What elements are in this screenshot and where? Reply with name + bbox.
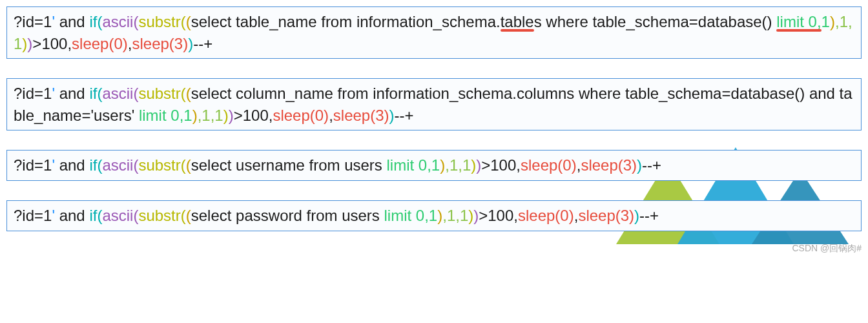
sql-query-box: ?id=1' and if(ascii(substr((select usern…	[6, 150, 862, 181]
sql-token: )	[223, 107, 229, 124]
sql-token: if(	[89, 207, 102, 224]
sql-token: select password from users	[191, 207, 384, 224]
sql-token: --+	[395, 107, 414, 124]
sql-token: and	[55, 156, 89, 174]
sql-token: )	[634, 207, 639, 224]
sql-token: and	[55, 207, 89, 224]
sql-token: table	[501, 13, 534, 30]
sql-token: ?id=1	[14, 156, 52, 174]
sql-token: ascii(	[102, 85, 138, 102]
sql-token: and	[55, 85, 89, 102]
sql-token: substr(	[138, 207, 185, 224]
sql-token: )	[637, 156, 642, 174]
sql-token: sleep(3)	[578, 207, 634, 224]
sql-token: >100,	[481, 156, 521, 174]
sql-query-box: ?id=1' and if(ascii(substr((select colum…	[6, 78, 862, 130]
sql-token: (	[186, 207, 191, 224]
sql-token: )	[188, 35, 193, 52]
sql-token: ?id=1	[14, 85, 52, 102]
sql-token: limit 0,1	[139, 107, 192, 124]
sql-token: substr(	[138, 13, 185, 30]
sql-token: 1	[822, 13, 830, 30]
sql-token: (	[186, 156, 191, 174]
sql-token: sleep(3)	[581, 156, 637, 174]
sql-token: ,1,1	[445, 156, 471, 174]
sql-token: (	[186, 13, 191, 30]
sql-token: select username from users	[191, 156, 387, 174]
sql-token: --+	[642, 156, 661, 174]
sql-query-box: ?id=1' and if(ascii(substr((select table…	[6, 6, 862, 59]
watermark-text: CSDN @回锅肉#	[792, 243, 862, 255]
sql-token: limit 0,1	[387, 156, 440, 174]
sql-token: ?id=1	[14, 207, 52, 224]
sql-token: s where table_schema=database()	[534, 13, 777, 30]
sql-token: select table_name from information_schem…	[191, 13, 501, 30]
sql-token: sleep(0)	[72, 35, 128, 52]
sql-token: )	[229, 107, 234, 124]
sql-token: limit 0,1	[384, 207, 438, 224]
sql-token: )	[192, 107, 198, 124]
query-list: ?id=1' and if(ascii(substr((select table…	[6, 6, 862, 231]
sql-token: substr(	[138, 85, 185, 102]
sql-token: )	[830, 13, 835, 30]
sql-token: ,1,1	[442, 207, 468, 224]
sql-token: sleep(0)	[273, 107, 329, 124]
sql-token: )	[389, 107, 395, 124]
sql-token: ascii(	[102, 13, 138, 30]
sql-token: --+	[639, 207, 659, 224]
sql-token: >100,	[32, 35, 72, 52]
sql-token: if(	[89, 156, 102, 174]
sql-token: --+	[193, 35, 212, 52]
sql-token: substr(	[138, 156, 185, 174]
sql-token: if(	[89, 13, 102, 30]
sql-token: and	[55, 13, 89, 30]
sql-query-box: ?id=1' and if(ascii(substr((select passw…	[6, 200, 862, 231]
sql-token: >100,	[234, 107, 273, 124]
sql-token: ,	[329, 107, 333, 124]
sql-token: if(	[89, 85, 102, 102]
sql-token: sleep(0)	[518, 207, 574, 224]
sql-token: ?id=1	[14, 13, 52, 30]
sql-token: limit 0,	[776, 13, 821, 30]
sql-token: ascii(	[102, 156, 138, 174]
sql-token: sleep(0)	[521, 156, 577, 174]
sql-token: sleep(3)	[132, 35, 188, 52]
sql-token: ,1,1	[198, 107, 223, 124]
sql-token: ascii(	[102, 207, 138, 224]
sql-token: sleep(3)	[333, 107, 389, 124]
sql-token: >100,	[479, 207, 518, 224]
sql-token: (	[186, 85, 191, 102]
